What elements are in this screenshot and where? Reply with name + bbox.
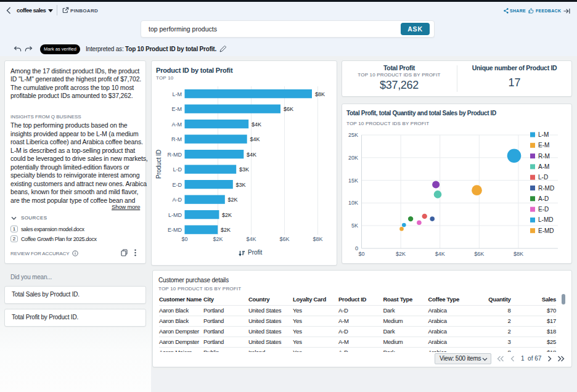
svg-text:$0: $0 bbox=[358, 251, 364, 257]
svg-text:5K: 5K bbox=[351, 223, 358, 229]
svg-text:$2K: $2K bbox=[228, 197, 238, 203]
svg-text:$0: $0 bbox=[181, 236, 187, 242]
svg-text:E-D: E-D bbox=[173, 182, 182, 188]
svg-text:R-M: R-M bbox=[171, 136, 182, 142]
svg-text:$8K: $8K bbox=[315, 91, 325, 97]
svg-text:$8K: $8K bbox=[313, 236, 322, 242]
svg-text:R-M: R-M bbox=[538, 153, 550, 160]
svg-text:$3K: $3K bbox=[236, 182, 246, 188]
svg-text:$4K: $4K bbox=[252, 121, 261, 128]
svg-text:E-M: E-M bbox=[538, 142, 549, 149]
svg-text:$6K: $6K bbox=[474, 251, 484, 257]
svg-text:A-M: A-M bbox=[172, 121, 182, 128]
svg-text:20K: 20K bbox=[348, 155, 358, 161]
svg-text:A-D: A-D bbox=[173, 197, 182, 203]
svg-text:A-D: A-D bbox=[538, 195, 549, 202]
svg-text:L-D: L-D bbox=[173, 166, 182, 173]
svg-text:E-MD: E-MD bbox=[168, 227, 182, 233]
svg-text:L-M: L-M bbox=[173, 91, 182, 97]
svg-text:0: 0 bbox=[355, 245, 358, 251]
svg-text:R-MD: R-MD bbox=[168, 152, 182, 158]
svg-text:$2K: $2K bbox=[221, 227, 231, 233]
svg-text:10K: 10K bbox=[348, 200, 358, 206]
svg-text:L-D: L-D bbox=[538, 174, 548, 181]
svg-text:E-D: E-D bbox=[538, 206, 549, 213]
svg-text:$4K: $4K bbox=[435, 251, 445, 257]
svg-text:$4K: $4K bbox=[246, 236, 256, 242]
svg-text:$4K: $4K bbox=[250, 136, 260, 142]
svg-text:$4K: $4K bbox=[247, 152, 256, 158]
svg-text:L-MD: L-MD bbox=[168, 212, 182, 218]
svg-text:$2K: $2K bbox=[396, 251, 406, 257]
svg-text:R-MD: R-MD bbox=[538, 185, 554, 192]
svg-text:25K: 25K bbox=[348, 132, 358, 138]
svg-text:E-MD: E-MD bbox=[538, 227, 554, 234]
svg-text:L-M: L-M bbox=[538, 131, 549, 138]
svg-text:A-M: A-M bbox=[538, 163, 549, 170]
svg-text:E-M: E-M bbox=[172, 106, 182, 112]
svg-text:$6K: $6K bbox=[284, 106, 293, 112]
svg-text:L-MD: L-MD bbox=[538, 216, 553, 223]
svg-text:$8K: $8K bbox=[514, 251, 523, 257]
svg-text:$2K: $2K bbox=[222, 212, 232, 218]
svg-text:$3K: $3K bbox=[239, 166, 249, 173]
svg-text:$6K: $6K bbox=[279, 236, 289, 242]
svg-text:$2K: $2K bbox=[213, 236, 223, 242]
svg-text:15K: 15K bbox=[348, 178, 358, 184]
